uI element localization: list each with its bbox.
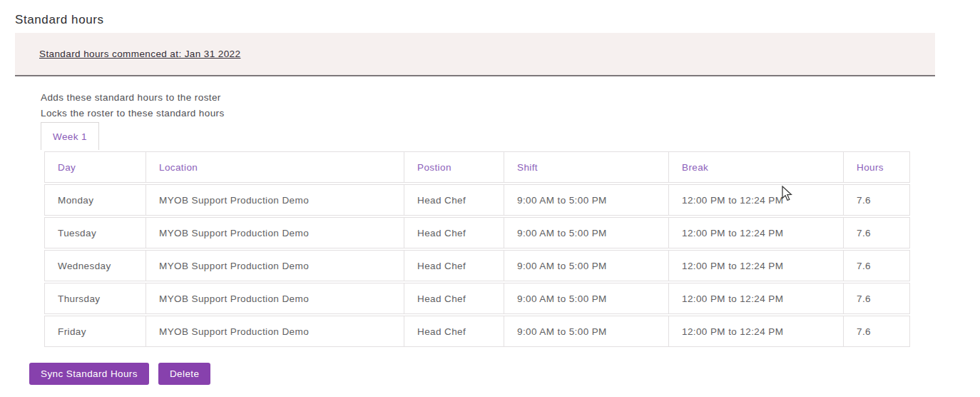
cell-hours: 7.6 — [844, 283, 910, 314]
column-header-day: Day — [44, 151, 146, 183]
tab-week-1[interactable]: Week 1 — [41, 122, 99, 150]
cell-day: Tuesday — [44, 217, 146, 248]
cell-location: MYOB Support Production Demo — [146, 217, 404, 248]
table-row-monday: Monday MYOB Support Production Demo Head… — [44, 184, 910, 216]
commenced-banner: Standard hours commenced at: Jan 31 2022 — [15, 33, 935, 76]
page-title: Standard hours — [15, 13, 104, 27]
cell-shift: 9:00 AM to 5:00 PM — [504, 316, 669, 347]
column-header-shift: Shift — [504, 151, 669, 183]
cell-postion: Head Chef — [404, 316, 504, 347]
sync-standard-hours-button[interactable]: Sync Standard Hours — [29, 363, 149, 385]
standard-hours-table: Day Location Postion Shift Break Hours M… — [44, 150, 910, 348]
cell-shift: 9:00 AM to 5:00 PM — [504, 184, 669, 216]
table-row-wednesday: Wednesday MYOB Support Production Demo H… — [44, 250, 910, 281]
cell-postion: Head Chef — [404, 184, 504, 216]
delete-button[interactable]: Delete — [158, 363, 210, 385]
description-locks-line: Locks the roster to these standard hours — [41, 108, 225, 119]
cell-shift: 9:00 AM to 5:00 PM — [504, 250, 669, 281]
cell-location: MYOB Support Production Demo — [146, 250, 404, 281]
cell-hours: 7.6 — [844, 217, 910, 248]
cell-location: MYOB Support Production Demo — [146, 316, 404, 347]
cell-location: MYOB Support Production Demo — [146, 283, 404, 314]
commenced-date-link[interactable]: Standard hours commenced at: Jan 31 2022 — [39, 49, 240, 59]
column-header-hours: Hours — [844, 151, 910, 183]
action-buttons: Sync Standard Hours Delete — [29, 363, 210, 385]
cell-postion: Head Chef — [404, 217, 504, 248]
cell-day: Monday — [44, 184, 146, 216]
column-header-postion: Postion — [404, 151, 504, 183]
cell-break: 12:00 PM to 12:24 PM — [669, 250, 844, 281]
cell-shift: 9:00 AM to 5:00 PM — [504, 217, 669, 248]
table-header-row: Day Location Postion Shift Break Hours — [44, 151, 910, 183]
column-header-break: Break — [669, 151, 844, 183]
cell-day: Friday — [44, 316, 146, 347]
cell-break: 12:00 PM to 12:24 PM — [669, 283, 844, 314]
cell-hours: 7.6 — [844, 316, 910, 347]
description-adds-line: Adds these standard hours to the roster — [41, 92, 221, 103]
cell-day: Thursday — [44, 283, 146, 314]
cell-location: MYOB Support Production Demo — [146, 184, 404, 216]
cell-postion: Head Chef — [404, 283, 504, 314]
cell-break: 12:00 PM to 12:24 PM — [669, 316, 844, 347]
table-row-friday: Friday MYOB Support Production Demo Head… — [44, 316, 910, 347]
cell-shift: 9:00 AM to 5:00 PM — [504, 283, 669, 314]
table-row-tuesday: Tuesday MYOB Support Production Demo Hea… — [44, 217, 910, 248]
cell-postion: Head Chef — [404, 250, 504, 281]
cell-break: 12:00 PM to 12:24 PM — [669, 184, 844, 216]
cell-day: Wednesday — [44, 250, 146, 281]
cell-hours: 7.6 — [844, 184, 910, 216]
cell-hours: 7.6 — [844, 250, 910, 281]
column-header-location: Location — [146, 151, 404, 183]
cell-break: 12:00 PM to 12:24 PM — [669, 217, 844, 248]
table-row-thursday: Thursday MYOB Support Production Demo He… — [44, 283, 910, 314]
